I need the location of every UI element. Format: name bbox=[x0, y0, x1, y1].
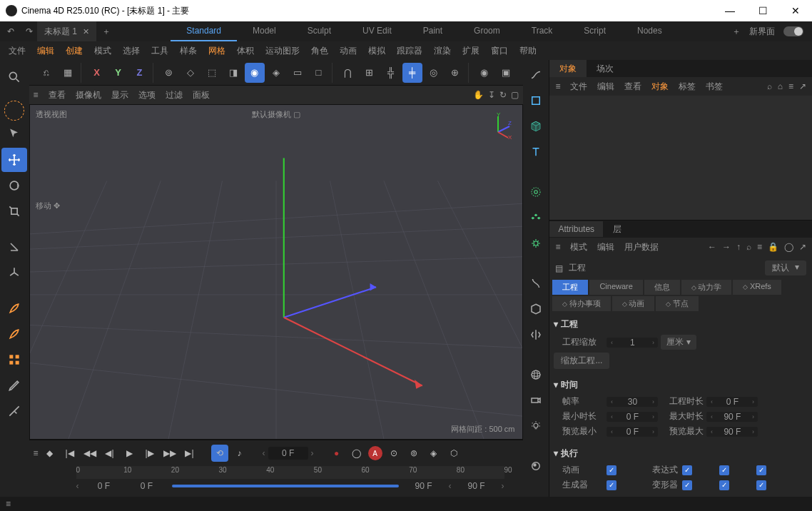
menu-13[interactable]: 跟踪器 bbox=[397, 45, 422, 57]
menu-14[interactable]: 渲染 bbox=[434, 45, 451, 57]
obj-menu-bookmarks[interactable]: 书签 bbox=[706, 81, 723, 93]
layout-add-icon[interactable]: ＋ bbox=[732, 26, 741, 38]
search-icon[interactable] bbox=[1, 65, 27, 89]
nav-fwd-icon[interactable]: → bbox=[722, 242, 731, 252]
vp-menu-camera[interactable]: 摄像机 bbox=[76, 89, 101, 101]
vp-zoom-icon[interactable]: ↧ bbox=[488, 90, 495, 100]
vp-menu-view[interactable]: 查看 bbox=[49, 89, 66, 101]
range-start[interactable]: 0 F bbox=[86, 481, 122, 491]
live-select-tool[interactable] bbox=[4, 101, 24, 121]
play-marker-icon[interactable]: ◆ bbox=[41, 445, 59, 462]
close-button[interactable]: ✕ bbox=[779, 0, 812, 21]
range-ph[interactable]: 0 F bbox=[129, 481, 165, 491]
grid-snap-icon[interactable]: ╬ bbox=[381, 63, 401, 83]
layout-tab-script[interactable]: Script bbox=[568, 21, 621, 41]
hamburger-icon[interactable]: ≡ bbox=[555, 81, 560, 91]
layout-tab-nodes[interactable]: Nodes bbox=[621, 21, 678, 41]
layout-icon[interactable]: ▦ bbox=[58, 63, 78, 83]
menu-8[interactable]: 体积 bbox=[237, 45, 254, 57]
crumb-select[interactable]: 默认▾ bbox=[765, 260, 806, 275]
checkbox[interactable]: ✓ bbox=[719, 465, 729, 475]
mograph-icon[interactable] bbox=[525, 207, 547, 228]
checkbox[interactable]: ✓ bbox=[682, 465, 692, 475]
menu-0[interactable]: 文件 bbox=[9, 45, 26, 57]
checkbox[interactable]: ✓ bbox=[719, 480, 729, 490]
camera-icon[interactable] bbox=[525, 390, 547, 411]
play-button[interactable]: ▶ bbox=[121, 445, 138, 462]
redo-button[interactable]: ↷ bbox=[21, 24, 37, 39]
newui-toggle[interactable] bbox=[783, 26, 803, 36]
home-icon[interactable]: ⌂ bbox=[778, 81, 783, 91]
menu-1[interactable]: 编辑 bbox=[37, 45, 54, 57]
menu-15[interactable]: 扩展 bbox=[462, 45, 479, 57]
tab-takes[interactable]: 场次 bbox=[587, 60, 624, 78]
menu-7[interactable]: 网格 bbox=[208, 45, 225, 57]
snap-icon[interactable]: ⊞ bbox=[360, 63, 380, 83]
text-icon[interactable] bbox=[525, 141, 547, 163]
checkbox[interactable]: ✓ bbox=[756, 465, 766, 475]
timeline-ruler[interactable]: 0102030405060708090 bbox=[76, 466, 504, 479]
globe-icon[interactable] bbox=[525, 364, 547, 385]
attr-menu-edit[interactable]: 编辑 bbox=[597, 241, 614, 253]
checkbox[interactable]: ✓ bbox=[756, 480, 766, 490]
scene-icon[interactable] bbox=[525, 298, 547, 320]
border-icon[interactable]: □ bbox=[309, 63, 329, 83]
cube-wire-icon[interactable]: ⬚ bbox=[202, 63, 222, 83]
rotate-tool[interactable] bbox=[1, 173, 27, 198]
layout-tab-standard[interactable]: Standard bbox=[171, 21, 237, 41]
attr-tab-3[interactable]: 动力学 bbox=[681, 280, 732, 295]
checkbox[interactable]: ✓ bbox=[682, 480, 692, 490]
layout-tab-sculpt[interactable]: Sculpt bbox=[292, 21, 347, 41]
cube-solid-icon[interactable]: ◉ bbox=[245, 63, 265, 83]
axis-y[interactable]: Y bbox=[108, 63, 128, 83]
undo-button[interactable]: ↶ bbox=[3, 24, 19, 39]
vp-hand-icon[interactable]: ✋ bbox=[473, 90, 484, 100]
range-end2[interactable]: 90 F bbox=[459, 481, 494, 491]
maximize-button[interactable]: ☐ bbox=[746, 0, 779, 21]
vp-menu-options[interactable]: 选项 bbox=[138, 89, 156, 101]
cube-primitive-icon[interactable] bbox=[525, 116, 547, 137]
unit-select[interactable]: 厘米 ▾ bbox=[661, 335, 696, 350]
goto-end-button[interactable]: ▶| bbox=[181, 445, 198, 462]
tab-objects[interactable]: 对象 bbox=[549, 60, 587, 78]
layout-tab-model[interactable]: Model bbox=[237, 21, 292, 41]
attr-menu-userdata[interactable]: 用户数据 bbox=[624, 241, 659, 253]
current-frame[interactable]: 0 F bbox=[268, 447, 308, 460]
plane-icon[interactable]: ▭ bbox=[288, 63, 308, 83]
menu-10[interactable]: 角色 bbox=[311, 45, 328, 57]
recent-tools-icon[interactable] bbox=[1, 235, 27, 259]
next-frame-button[interactable]: |▶ bbox=[141, 445, 158, 462]
hamburger-icon[interactable]: ≡ bbox=[555, 242, 560, 252]
range-end[interactable]: 90 F bbox=[406, 481, 442, 491]
vp-max-icon[interactable]: ▢ bbox=[511, 90, 519, 100]
field[interactable]: ‹0 F› bbox=[607, 412, 658, 422]
prev-frame-button[interactable]: ◀| bbox=[101, 445, 118, 462]
menu-9[interactable]: 运动图形 bbox=[265, 45, 300, 57]
scale-project-button[interactable]: 缩放工程... bbox=[554, 353, 609, 369]
add-document-tab[interactable]: ＋ bbox=[96, 26, 116, 38]
attr-tab-7[interactable]: 节点 bbox=[656, 296, 699, 311]
attr-tab-4[interactable]: XRefs bbox=[733, 280, 781, 295]
timeline-range[interactable]: ‹0 F 0 F 90 F ‹90 F› bbox=[76, 480, 504, 492]
obj-menu-view[interactable]: 查看 bbox=[624, 81, 641, 93]
cursor-tool[interactable] bbox=[1, 122, 27, 146]
vp-menu-filter[interactable]: 过滤 bbox=[166, 89, 183, 101]
attr-tab-2[interactable]: 信息 bbox=[644, 280, 680, 295]
menu-11[interactable]: 动画 bbox=[340, 45, 357, 57]
viewport[interactable]: 透视视图 默认摄像机 ▢ 移动 ✥ 网格间距 : 500 cm Y Z X bbox=[29, 104, 523, 440]
crumb-label[interactable]: 工程 bbox=[569, 262, 586, 274]
hamburger-icon[interactable]: ≡ bbox=[6, 499, 11, 509]
light-icon[interactable] bbox=[525, 415, 547, 437]
menu-12[interactable]: 模拟 bbox=[368, 45, 385, 57]
record-button[interactable]: ● bbox=[328, 445, 345, 462]
attr-tab-6[interactable]: 动画 bbox=[612, 296, 655, 311]
popout-icon[interactable]: ↗ bbox=[799, 81, 806, 91]
axis-gizmo[interactable]: Y Z X bbox=[484, 112, 512, 141]
axis-x[interactable]: X bbox=[87, 63, 107, 83]
attr-menu-mode[interactable]: 模式 bbox=[570, 241, 587, 253]
key-scale-icon[interactable]: ◈ bbox=[425, 445, 442, 462]
key-rot-icon[interactable]: ⊚ bbox=[405, 445, 422, 462]
lock-icon[interactable]: 🔒 bbox=[768, 242, 778, 252]
timeline-hamburger-icon[interactable]: ≡ bbox=[34, 448, 39, 458]
move-tool[interactable] bbox=[1, 148, 27, 172]
